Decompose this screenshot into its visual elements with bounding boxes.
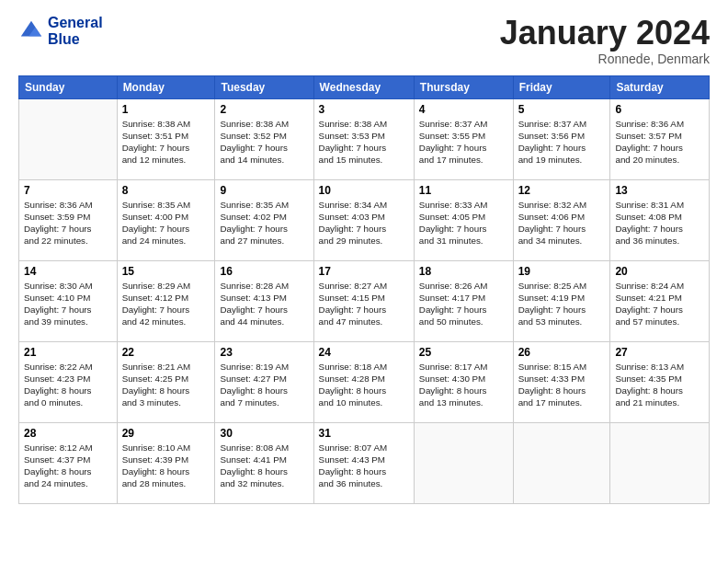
day-info: Daylight: 8 hours <box>419 385 508 396</box>
weekday-header-monday: Monday <box>117 75 215 98</box>
day-info: Sunset: 4:05 PM <box>419 211 508 223</box>
day-info: Sunrise: 8:32 AM <box>518 199 606 211</box>
day-number: 20 <box>615 265 704 278</box>
header: General Blue January 2024 Ronnede, Denma… <box>18 15 710 66</box>
day-info: Daylight: 7 hours <box>122 304 210 316</box>
calendar-cell: 27Sunrise: 8:13 AMSunset: 4:35 PMDayligh… <box>610 341 710 422</box>
day-info: Daylight: 7 hours <box>319 223 409 235</box>
day-info: and 34 minutes. <box>518 235 606 247</box>
calendar-cell <box>19 98 118 179</box>
day-number: 31 <box>319 427 409 440</box>
calendar-cell: 26Sunrise: 8:15 AMSunset: 4:33 PMDayligh… <box>513 341 610 422</box>
day-info: Sunrise: 8:21 AM <box>122 361 210 373</box>
day-info: Sunrise: 8:17 AM <box>419 361 508 373</box>
day-number: 5 <box>518 103 606 116</box>
day-info: and 31 minutes. <box>419 235 508 247</box>
day-info: Sunrise: 8:34 AM <box>319 199 409 211</box>
day-info: Daylight: 8 hours <box>220 385 308 396</box>
day-info: and 17 minutes. <box>419 154 508 166</box>
day-number: 11 <box>419 184 508 197</box>
day-info: Daylight: 8 hours <box>122 385 210 396</box>
day-info: Daylight: 7 hours <box>220 223 308 235</box>
day-info: Sunset: 3:53 PM <box>319 130 409 142</box>
page: General Blue January 2024 Ronnede, Denma… <box>0 0 728 563</box>
day-info: Sunrise: 8:24 AM <box>615 280 704 292</box>
day-number: 13 <box>615 184 704 197</box>
day-info: Daylight: 8 hours <box>24 465 112 477</box>
day-number: 14 <box>24 265 112 278</box>
calendar-cell: 11Sunrise: 8:33 AMSunset: 4:05 PMDayligh… <box>414 179 513 260</box>
calendar-cell <box>513 422 610 503</box>
day-info: Daylight: 7 hours <box>319 142 409 154</box>
day-info: Sunrise: 8:38 AM <box>122 118 210 130</box>
day-info: Sunset: 3:59 PM <box>24 211 112 223</box>
day-info: Sunset: 4:10 PM <box>24 292 112 304</box>
calendar-cell: 13Sunrise: 8:31 AMSunset: 4:08 PMDayligh… <box>610 179 710 260</box>
day-info: Sunset: 4:23 PM <box>24 373 112 385</box>
day-info: and 39 minutes. <box>24 316 112 327</box>
calendar-cell: 23Sunrise: 8:19 AMSunset: 4:27 PMDayligh… <box>215 341 313 422</box>
day-info: and 7 minutes. <box>220 396 308 408</box>
day-number: 22 <box>122 346 210 359</box>
weekday-header-sunday: Sunday <box>19 75 118 98</box>
calendar-cell: 25Sunrise: 8:17 AMSunset: 4:30 PMDayligh… <box>414 341 513 422</box>
day-info: Sunrise: 8:35 AM <box>122 199 210 211</box>
day-info: Daylight: 8 hours <box>319 385 409 396</box>
calendar-cell: 10Sunrise: 8:34 AMSunset: 4:03 PMDayligh… <box>313 179 414 260</box>
calendar-cell <box>610 422 710 503</box>
weekday-header-tuesday: Tuesday <box>215 75 313 98</box>
calendar-cell: 2Sunrise: 8:38 AMSunset: 3:52 PMDaylight… <box>215 98 313 179</box>
day-info: Daylight: 7 hours <box>419 223 508 235</box>
weekday-header-row: SundayMondayTuesdayWednesdayThursdayFrid… <box>19 75 710 98</box>
calendar-cell: 19Sunrise: 8:25 AMSunset: 4:19 PMDayligh… <box>513 260 610 341</box>
day-info: Daylight: 7 hours <box>518 142 606 154</box>
day-info: Sunset: 4:33 PM <box>518 373 606 385</box>
weekday-header-thursday: Thursday <box>414 75 513 98</box>
day-info: Sunrise: 8:36 AM <box>24 199 112 211</box>
day-info: Sunrise: 8:30 AM <box>24 280 112 292</box>
day-info: Sunset: 4:25 PM <box>122 373 210 385</box>
day-info: and 15 minutes. <box>319 154 409 166</box>
day-info: and 28 minutes. <box>122 477 210 489</box>
day-info: Daylight: 7 hours <box>615 304 704 316</box>
calendar-cell: 30Sunrise: 8:08 AMSunset: 4:41 PMDayligh… <box>215 422 313 503</box>
day-info: Sunset: 4:37 PM <box>24 454 112 465</box>
day-info: Daylight: 7 hours <box>24 304 112 316</box>
calendar-cell: 17Sunrise: 8:27 AMSunset: 4:15 PMDayligh… <box>313 260 414 341</box>
day-info: Sunset: 4:15 PM <box>319 292 409 304</box>
calendar-cell: 8Sunrise: 8:35 AMSunset: 4:00 PMDaylight… <box>117 179 215 260</box>
day-number: 7 <box>24 184 112 197</box>
day-info: Sunset: 4:30 PM <box>419 373 508 385</box>
day-number: 15 <box>122 265 210 278</box>
weekday-header-friday: Friday <box>513 75 610 98</box>
weekday-header-wednesday: Wednesday <box>313 75 414 98</box>
day-info: Sunset: 4:02 PM <box>220 211 308 223</box>
calendar-cell: 16Sunrise: 8:28 AMSunset: 4:13 PMDayligh… <box>215 260 313 341</box>
day-info: Sunrise: 8:18 AM <box>319 361 409 373</box>
location: Ronnede, Denmark <box>500 52 710 66</box>
day-info: Sunrise: 8:08 AM <box>220 442 308 454</box>
day-info: Sunrise: 8:25 AM <box>518 280 606 292</box>
day-number: 23 <box>220 346 308 359</box>
day-info: and 29 minutes. <box>319 235 409 247</box>
day-info: Sunrise: 8:26 AM <box>419 280 508 292</box>
title-section: January 2024 Ronnede, Denmark <box>500 15 710 66</box>
day-number: 21 <box>24 346 112 359</box>
day-number: 25 <box>419 346 508 359</box>
calendar-cell: 5Sunrise: 8:37 AMSunset: 3:56 PMDaylight… <box>513 98 610 179</box>
day-info: and 57 minutes. <box>615 316 704 327</box>
calendar-cell <box>414 422 513 503</box>
calendar-cell: 31Sunrise: 8:07 AMSunset: 4:43 PMDayligh… <box>313 422 414 503</box>
day-info: Daylight: 7 hours <box>419 304 508 316</box>
day-info: Daylight: 8 hours <box>518 385 606 396</box>
day-info: Sunrise: 8:37 AM <box>419 118 508 130</box>
logo-line2: Blue <box>48 31 103 48</box>
calendar-cell: 4Sunrise: 8:37 AMSunset: 3:55 PMDaylight… <box>414 98 513 179</box>
day-info: Sunset: 4:21 PM <box>615 292 704 304</box>
day-info: Sunset: 3:57 PM <box>615 130 704 142</box>
day-info: Sunrise: 8:12 AM <box>24 442 112 454</box>
day-info: Daylight: 8 hours <box>220 465 308 477</box>
day-info: and 3 minutes. <box>122 396 210 408</box>
day-info: and 0 minutes. <box>24 396 112 408</box>
day-info: Sunrise: 8:22 AM <box>24 361 112 373</box>
